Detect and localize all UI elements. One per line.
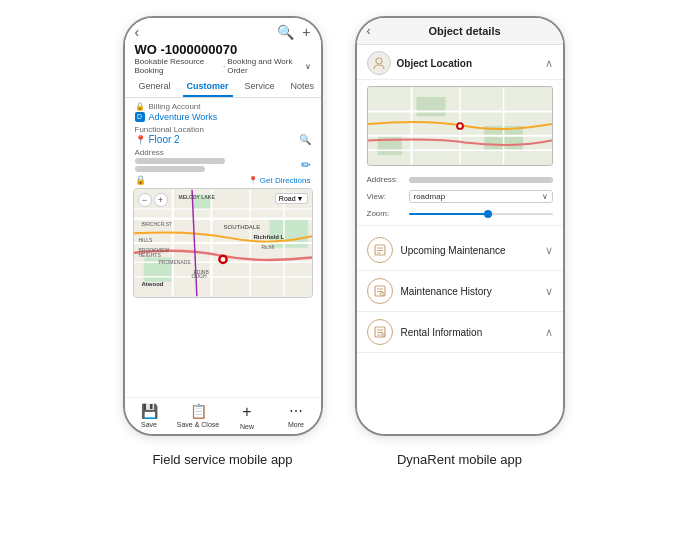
directions-icon: 📍 — [248, 176, 258, 185]
accordion-title-rental: Rental Information — [401, 327, 537, 338]
save-icon: 💾 — [141, 403, 158, 419]
new-icon: + — [242, 403, 251, 421]
left-phone-screen: ‹ 🔍 + WO -1000000070 Bookable Resource B… — [125, 18, 321, 434]
more-button[interactable]: ⋯ More — [272, 403, 321, 430]
right-phone-frame: ‹ Object details Object Location — [355, 16, 565, 436]
tab-notes[interactable]: Notes — [287, 79, 319, 97]
left-phone-header: ‹ 🔍 + — [125, 18, 321, 42]
object-location-title: Object Location — [397, 58, 473, 69]
object-location-header: Object Location ∧ — [357, 45, 563, 80]
zoom-slider-fill — [409, 213, 488, 215]
new-button[interactable]: + New — [223, 403, 272, 430]
search-icon[interactable]: 🔍 — [277, 24, 294, 40]
zoom-slider-track[interactable] — [409, 213, 553, 215]
accordion-icon-rental — [367, 319, 393, 345]
accordion-maintenance-history: Maintenance History ∨ — [357, 271, 563, 312]
left-phone-label: Field service mobile app — [152, 452, 292, 467]
object-location-avatar — [367, 51, 391, 75]
right-phone-header: ‹ Object details — [357, 18, 563, 45]
zoom-minus-button[interactable]: − — [138, 193, 152, 207]
accordion-chevron-rental: ∧ — [545, 326, 553, 339]
address-edit-icon[interactable]: ✏ — [301, 158, 311, 172]
functional-location-value: 📍 Floor 2 🔍 — [125, 134, 321, 145]
wo-number: WO -1000000070 — [125, 42, 321, 57]
floor-icon: 📍 — [135, 135, 146, 145]
tabs-row: General Customer Service Notes — [125, 75, 321, 98]
right-phone-label: DynaRent mobile app — [397, 452, 522, 467]
right-phone-container: ‹ Object details Object Location — [355, 16, 565, 467]
billing-account-value[interactable]: D Adventure Works — [125, 112, 321, 122]
map-zoom-controls: − + — [138, 193, 168, 207]
accordion-rental-information: Rental Information ∧ — [357, 312, 563, 353]
address-value: ✏ — [125, 158, 321, 172]
address-field-value-blur — [409, 177, 553, 183]
map-lock-icon: 🔒 — [135, 175, 146, 185]
header-icons: 🔍 + — [277, 24, 310, 40]
right-back-button[interactable]: ‹ — [367, 24, 371, 38]
func-loc-search-icon[interactable]: 🔍 — [299, 134, 311, 145]
get-directions-button[interactable]: 📍 Get Directions — [248, 176, 311, 185]
zoom-field-label: Zoom: — [367, 209, 403, 218]
map-area[interactable]: − + Road ▼ MELODY LAKE BIRCHCR.ST HILLS … — [133, 188, 313, 298]
road-badge-chevron: ▼ — [297, 195, 304, 202]
tab-general[interactable]: General — [135, 79, 175, 97]
accordion-title-history: Maintenance History — [401, 286, 537, 297]
lock-icon: 🔒 — [135, 102, 145, 111]
dynamics-icon: D — [135, 112, 145, 122]
map-controls-row: 🔒 📍 Get Directions — [125, 172, 321, 188]
right-header-title: Object details — [377, 25, 553, 37]
right-map-svg — [368, 87, 552, 165]
bottom-toolbar: 💾 Save 📋 Save & Close + New ⋯ More — [125, 397, 321, 434]
accordion-chevron-upcoming: ∨ — [545, 244, 553, 257]
right-map-thumbnail — [367, 86, 553, 166]
left-phone-container: ‹ 🔍 + WO -1000000070 Bookable Resource B… — [123, 16, 323, 467]
tab-customer[interactable]: Customer — [183, 79, 233, 97]
subtitle-chevron2: ∨ — [305, 62, 311, 71]
accordion-title-upcoming: Upcoming Maintenance — [401, 245, 537, 256]
zoom-slider-thumb[interactable] — [484, 210, 492, 218]
subtitle-line2: Booking and Work Order — [227, 57, 302, 75]
view-field-label: View: — [367, 192, 403, 201]
right-phone-screen: ‹ Object details Object Location — [357, 18, 563, 434]
address-field-row: Address: — [357, 172, 563, 187]
svg-point-16 — [376, 58, 382, 64]
left-phone-frame: ‹ 🔍 + WO -1000000070 Bookable Resource B… — [123, 16, 323, 436]
accordion-header-rental[interactable]: Rental Information ∧ — [357, 312, 563, 352]
accordion-icon-history — [367, 278, 393, 304]
more-icon: ⋯ — [289, 403, 303, 419]
functional-location-label: Functional Location — [125, 122, 321, 134]
address-label: Address — [125, 145, 321, 158]
save-button[interactable]: 💾 Save — [125, 403, 174, 430]
tab-service[interactable]: Service — [241, 79, 279, 97]
zoom-plus-button[interactable]: + — [154, 193, 168, 207]
accordion-chevron-history: ∨ — [545, 285, 553, 298]
zoom-field-row: Zoom: — [357, 206, 563, 221]
obj-loc-left: Object Location — [367, 51, 473, 75]
save-close-icon: 📋 — [190, 403, 207, 419]
object-location-chevron[interactable]: ∧ — [545, 57, 553, 70]
address-line1-blur — [135, 158, 225, 164]
wo-subtitle: Bookable Resource Booking · Booking and … — [125, 57, 321, 75]
subtitle-chevron1: · — [223, 62, 225, 71]
svg-rect-19 — [416, 97, 445, 116]
address-field-label: Address: — [367, 175, 403, 184]
svg-point-29 — [458, 124, 462, 128]
accordion-upcoming-maintenance: Upcoming Maintenance ∨ — [357, 230, 563, 271]
subtitle-line1: Bookable Resource Booking — [135, 57, 221, 75]
back-button[interactable]: ‹ — [135, 24, 140, 40]
accordion-icon-upcoming — [367, 237, 393, 263]
view-field-row: View: roadmap ∨ — [357, 187, 563, 206]
save-close-button[interactable]: 📋 Save & Close — [174, 403, 223, 430]
svg-point-15 — [220, 257, 225, 262]
view-select[interactable]: roadmap ∨ — [409, 190, 553, 203]
divider-1 — [357, 225, 563, 226]
add-icon[interactable]: + — [302, 24, 310, 40]
billing-account-label: 🔒 Billing Account — [125, 98, 321, 112]
map-road-badge[interactable]: Road ▼ — [275, 193, 308, 204]
accordion-header-history[interactable]: Maintenance History ∨ — [357, 271, 563, 311]
view-select-chevron: ∨ — [542, 192, 548, 201]
svg-rect-21 — [377, 136, 401, 155]
accordion-header-upcoming[interactable]: Upcoming Maintenance ∨ — [357, 230, 563, 270]
